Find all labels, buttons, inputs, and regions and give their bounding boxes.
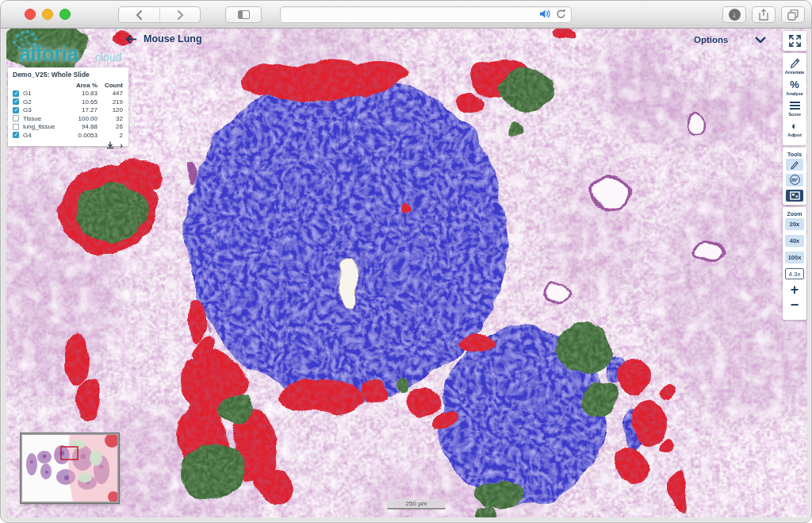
adjust-label: Adjust: [787, 133, 801, 137]
count-column-header: Count: [98, 82, 123, 89]
expand-panel-chevron-icon[interactable]: ›: [120, 142, 123, 148]
class-count: 120: [98, 106, 123, 113]
draw-annotation-tool-button[interactable]: [786, 159, 803, 171]
annotate-label: Annotate: [785, 70, 804, 75]
back-arrow-icon[interactable]: [126, 35, 137, 44]
analyze-label: Analyze: [786, 91, 802, 96]
class-label: G2: [23, 98, 64, 106]
logo-brand-text: aiforia: [19, 42, 78, 67]
area-column-header: Area %: [64, 82, 98, 89]
square-meter-icon: m²: [790, 175, 800, 185]
close-window-button[interactable]: [25, 9, 36, 20]
legend-row-g2[interactable]: G2 10.65 219: [13, 98, 123, 106]
pencil-icon: [790, 160, 799, 170]
class-checkbox[interactable]: [13, 98, 19, 105]
class-label: G1: [23, 90, 64, 97]
share-icon: [759, 9, 768, 21]
analysis-results-panel: Demo_V25: Whole Slide Area % Count G1 10…: [8, 67, 128, 146]
class-area: 0.0053: [64, 132, 98, 139]
analysis-title: Demo_V25: Whole Slide: [13, 71, 123, 79]
adjust-button[interactable]: ◐ Adjust: [787, 121, 801, 137]
class-count: 32: [98, 115, 123, 122]
forward-button[interactable]: [159, 7, 200, 22]
back-button[interactable]: [119, 7, 159, 22]
image-region-icon: [790, 191, 800, 200]
zoom-preset-20x-button[interactable]: 20x: [785, 218, 804, 230]
slide-title-text: Mouse Lung: [144, 33, 202, 44]
zoom-panel: Zoom 20x 40x 100x 4.3x + −: [783, 207, 806, 320]
class-label: G4: [23, 132, 64, 139]
minimap-thumbnail: [22, 435, 117, 502]
class-checkbox[interactable]: [13, 107, 19, 113]
download-circle-icon: ↓: [729, 9, 741, 21]
chevron-down-icon[interactable]: [755, 37, 766, 43]
tools-panel: Tools m²: [783, 148, 806, 205]
back-chevron-icon: [136, 10, 143, 20]
analyze-button[interactable]: % Analyze: [786, 79, 802, 96]
tools-section-label: Tools: [787, 152, 802, 157]
class-checkbox[interactable]: [13, 90, 19, 97]
aiforia-cloud-logo: aiforia cloud: [8, 29, 135, 69]
address-input[interactable]: [287, 7, 525, 22]
class-checkbox[interactable]: [13, 124, 19, 130]
legend-row-lung-tissue[interactable]: lung_tissue 94.88 26: [13, 123, 123, 132]
fullscreen-panel: [783, 31, 806, 51]
slide-overview-minimap[interactable]: [21, 433, 119, 503]
legend-row-g4[interactable]: G4 0.0053 2: [13, 131, 123, 140]
class-area: 94.88: [64, 123, 98, 130]
legend-row-g1[interactable]: G1 10.83 447: [13, 90, 123, 98]
class-label: lung_tissue: [23, 123, 64, 130]
forward-chevron-icon: [177, 10, 184, 20]
class-checkbox[interactable]: [13, 132, 19, 138]
browser-titlebar: ↓: [1, 1, 811, 29]
logo-product-text: cloud: [95, 51, 121, 63]
slide-viewport[interactable]: aiforia cloud Demo_V25: Whole Slide Area…: [6, 29, 807, 517]
class-area: 100.00: [64, 115, 98, 122]
score-label: Score: [788, 112, 801, 117]
class-count: 2: [98, 132, 123, 139]
export-download-icon[interactable]: [106, 141, 114, 149]
class-area: 10.83: [64, 90, 98, 97]
audio-speaker-icon[interactable]: [539, 9, 551, 19]
options-menu[interactable]: Options: [694, 35, 728, 44]
class-count: 26: [98, 123, 123, 130]
tab-overview-button[interactable]: [781, 6, 805, 23]
zoom-preset-40x-button[interactable]: 40x: [785, 235, 804, 247]
class-count: 447: [98, 90, 123, 97]
class-checkbox[interactable]: [13, 115, 19, 121]
browser-window: ↓: [0, 0, 812, 523]
region-capture-tool-button[interactable]: [786, 190, 803, 202]
class-area: 10.65: [64, 98, 98, 106]
actions-panel: Annotate % Analyze Score ◐ Adjust: [783, 53, 806, 145]
sidebar-toggle-button[interactable]: [225, 6, 262, 23]
fullscreen-icon[interactable]: [788, 34, 802, 48]
zoom-out-button[interactable]: −: [791, 298, 799, 313]
legend-header-row: Area % Count: [13, 81, 123, 90]
reload-icon[interactable]: [556, 9, 566, 19]
annotate-button[interactable]: Annotate: [785, 57, 804, 75]
zoom-preset-100x-button[interactable]: 100x: [785, 252, 804, 263]
score-bars-icon: [790, 100, 800, 111]
address-bar[interactable]: [280, 6, 572, 23]
tabs-icon: [787, 10, 799, 21]
zoom-window-button[interactable]: [59, 9, 71, 20]
share-button[interactable]: [752, 6, 776, 23]
class-area: 17.27: [64, 106, 98, 113]
class-count: 219: [98, 98, 123, 106]
minimize-window-button[interactable]: [42, 9, 53, 20]
legend-row-tissue[interactable]: Tissue 100.00 32: [13, 114, 123, 123]
scale-bar-label: 250 µm: [406, 500, 427, 507]
current-zoom-field[interactable]: 4.3x: [785, 268, 804, 279]
class-label: Tissue: [23, 115, 64, 122]
measure-area-tool-button[interactable]: m²: [786, 174, 803, 186]
scale-bar: 250 µm: [387, 499, 446, 510]
score-button[interactable]: Score: [788, 100, 801, 117]
contrast-icon: ◐: [791, 121, 798, 132]
legend-row-g3[interactable]: G3 17.27 120: [13, 106, 123, 115]
nav-button-group: [118, 6, 201, 23]
percent-icon: %: [790, 79, 799, 90]
class-label: G3: [23, 106, 64, 113]
zoom-section-label: Zoom: [787, 211, 802, 217]
sidebar-panes-icon: [238, 10, 250, 19]
downloads-button[interactable]: ↓: [722, 6, 746, 23]
